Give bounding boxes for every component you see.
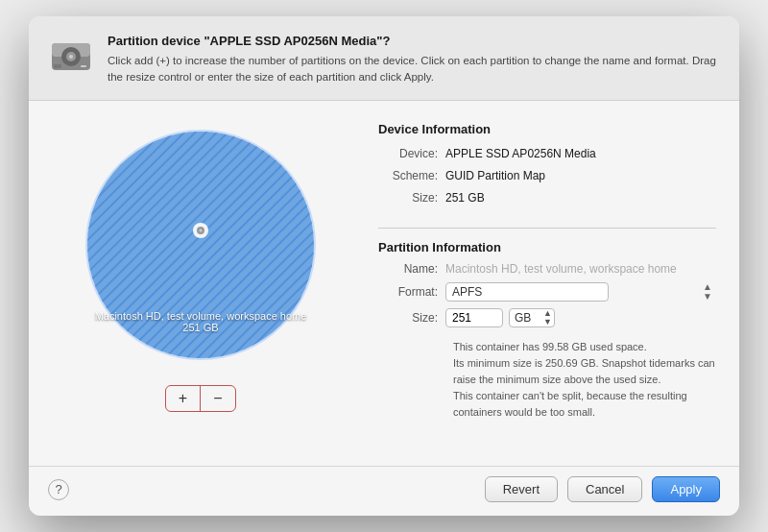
svg-rect-6: [81, 65, 86, 67]
footer-left: ?: [48, 479, 69, 500]
svg-point-10: [87, 132, 314, 358]
header-text: Partition device "APPLE SSD AP0256N Medi…: [108, 34, 720, 86]
remove-partition-button[interactable]: −: [201, 386, 235, 411]
partition-notes: This container has 99.58 GB used space. …: [453, 339, 716, 421]
device-info-grid: Device: APPLE SSD AP0256N Media Scheme: …: [378, 144, 716, 208]
pie-chart-container: Macintosh HD, test volume, workspace hom…: [76, 120, 325, 370]
size-unit-select[interactable]: GB MB TB: [509, 308, 555, 327]
help-button[interactable]: ?: [48, 479, 69, 500]
format-select-arrow: ▲▼: [703, 282, 712, 302]
dialog-description: Click add (+) to increase the number of …: [108, 53, 720, 86]
name-label: Name:: [378, 262, 445, 276]
partition-size-label: Size:: [378, 311, 445, 325]
partition-controls: + −: [165, 385, 236, 412]
size-unit-wrapper: GB MB TB ▲▼: [509, 308, 555, 327]
format-label: Format:: [378, 285, 445, 299]
cancel-button[interactable]: Cancel: [567, 476, 642, 502]
dialog-title: Partition device "APPLE SSD AP0256N Medi…: [108, 34, 720, 48]
notes-container: This container has 99.58 GB used space. …: [378, 337, 716, 421]
disk-icon: [48, 34, 94, 80]
svg-point-4: [69, 55, 73, 59]
scheme-label: Scheme:: [378, 166, 445, 185]
scheme-value: GUID Partition Map: [445, 166, 716, 185]
size-input[interactable]: [445, 308, 503, 327]
pie-chart: [76, 120, 325, 370]
right-panel: Device Information Device: APPLE SSD AP0…: [378, 120, 716, 453]
device-size-value: 251 GB: [445, 188, 716, 207]
add-partition-button[interactable]: +: [166, 386, 201, 411]
dialog-body: Macintosh HD, test volume, workspace hom…: [29, 101, 739, 463]
device-value: APPLE SSD AP0256N Media: [445, 144, 716, 163]
apply-button[interactable]: Apply: [652, 476, 720, 502]
revert-button[interactable]: Revert: [485, 476, 558, 502]
svg-rect-5: [54, 64, 61, 68]
format-select-wrapper: APFS Mac OS Extended (Journaled) ExFAT M…: [445, 282, 716, 302]
dialog-footer: ? Revert Cancel Apply: [29, 466, 739, 516]
left-panel: Macintosh HD, test volume, workspace hom…: [52, 120, 349, 453]
section-divider: [378, 228, 716, 229]
footer-right: Revert Cancel Apply: [485, 476, 720, 502]
name-value: Macintosh HD, test volume, workspace hom…: [445, 262, 716, 276]
svg-point-13: [200, 229, 203, 231]
dialog-header: Partition device "APPLE SSD AP0256N Medi…: [29, 16, 739, 101]
partition-form-grid: Name: Macintosh HD, test volume, workspa…: [378, 262, 716, 327]
device-label: Device:: [378, 144, 445, 163]
partition-dialog: Partition device "APPLE SSD AP0256N Medi…: [29, 16, 739, 516]
format-select[interactable]: APFS Mac OS Extended (Journaled) ExFAT M…: [445, 282, 609, 302]
device-size-label: Size:: [378, 188, 445, 207]
device-info-title: Device Information: [378, 122, 716, 136]
partition-info-title: Partition Information: [378, 240, 716, 254]
size-row: GB MB TB ▲▼: [445, 308, 716, 327]
